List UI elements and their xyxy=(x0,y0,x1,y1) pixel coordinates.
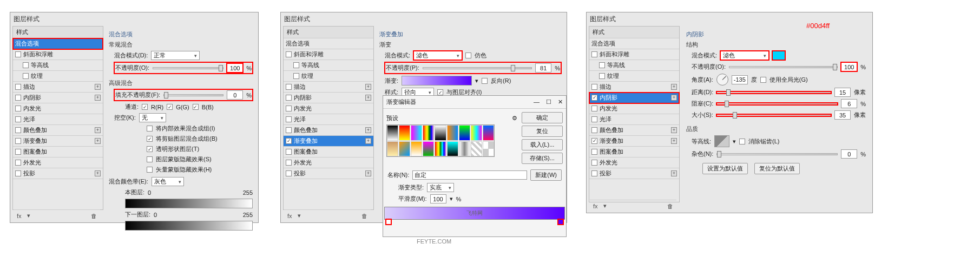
style-checkbox[interactable] xyxy=(15,84,21,90)
dither-chk[interactable] xyxy=(465,52,471,58)
contour-picker[interactable] xyxy=(714,135,729,147)
shadow-color-swatch[interactable] xyxy=(772,51,785,60)
add-effect-icon[interactable]: + xyxy=(671,138,677,144)
style-row[interactable]: 描边+ xyxy=(284,82,373,93)
style-row[interactable]: 等高线 xyxy=(13,60,103,71)
style-checkbox[interactable] xyxy=(293,62,299,68)
add-effect-icon[interactable]: + xyxy=(671,170,677,176)
is-opacity-input[interactable]: 100 xyxy=(841,62,857,71)
style-row[interactable]: 等高线 xyxy=(284,60,373,71)
dropdown-icon[interactable] xyxy=(603,202,607,209)
style-checkbox[interactable]: ✓ xyxy=(591,95,597,101)
chk-inner-group[interactable] xyxy=(147,126,153,132)
smooth-input[interactable]: 100 xyxy=(430,194,446,203)
style-row[interactable]: 内发光 xyxy=(589,103,679,114)
style-row[interactable]: 纹理 xyxy=(13,71,103,82)
style-row[interactable]: 投影+ xyxy=(284,168,373,179)
style-checkbox[interactable] xyxy=(591,106,597,111)
fill-opacity-slider[interactable] xyxy=(163,94,223,96)
style-row[interactable]: 渐变叠加+ xyxy=(13,136,103,147)
style-row[interactable]: 内发光 xyxy=(13,103,103,114)
style-checkbox[interactable] xyxy=(15,160,21,166)
style-checkbox[interactable] xyxy=(15,170,21,176)
size-input[interactable]: 35 xyxy=(834,110,851,120)
style-checkbox[interactable] xyxy=(23,73,29,79)
style-checkbox[interactable] xyxy=(286,127,292,133)
make-default-button[interactable]: 设置为默认值 xyxy=(702,163,748,174)
blend-if-dropdown[interactable]: 灰色▾ xyxy=(152,177,184,186)
reset-default-button[interactable]: 复位为默认值 xyxy=(754,163,800,174)
reverse-chk[interactable] xyxy=(482,78,488,84)
is-blendmode-dropdown[interactable]: 滤色▾ xyxy=(720,51,769,60)
style-row[interactable]: 等高线 xyxy=(589,60,679,71)
add-effect-icon[interactable]: + xyxy=(365,127,371,133)
style-row[interactable]: 混合选项 xyxy=(13,38,103,49)
style-row[interactable]: 描边+ xyxy=(589,82,679,93)
go-opacity-input[interactable]: 81 xyxy=(535,63,551,73)
add-effect-icon[interactable]: + xyxy=(671,84,677,90)
style-checkbox[interactable] xyxy=(591,170,597,176)
knockout-dropdown[interactable]: 无▾ xyxy=(139,113,166,122)
style-checkbox[interactable] xyxy=(591,127,597,133)
dropdown-icon[interactable] xyxy=(298,212,301,219)
style-row[interactable]: 外发光 xyxy=(589,157,679,168)
chk-clip-group[interactable]: ✓ xyxy=(147,136,153,142)
add-effect-icon[interactable]: + xyxy=(365,170,371,176)
style-row[interactable]: 颜色叠加+ xyxy=(13,125,103,136)
style-checkbox[interactable] xyxy=(286,170,292,176)
style-row[interactable]: 颜色叠加+ xyxy=(589,125,679,136)
grad-stop-left[interactable] xyxy=(386,219,391,225)
style-row[interactable]: 投影+ xyxy=(589,168,679,179)
new-button[interactable]: 新建(W) xyxy=(530,169,562,181)
gradient-bar[interactable]: 飞特网 xyxy=(384,207,565,220)
distance-input[interactable]: 15 xyxy=(834,88,851,97)
add-effect-icon[interactable]: + xyxy=(95,84,101,90)
load-button[interactable]: 载入(L)... xyxy=(522,139,563,150)
style-row[interactable]: 外发光 xyxy=(284,157,373,168)
trash-icon[interactable]: 🗑 xyxy=(667,203,673,209)
style-row[interactable]: 混合选项 xyxy=(589,38,679,49)
style-row[interactable]: 纹理 xyxy=(284,71,373,82)
style-checkbox[interactable] xyxy=(15,95,21,101)
grad-name-input[interactable]: 自定 xyxy=(412,170,527,180)
style-checkbox[interactable] xyxy=(286,106,292,111)
under-layer-ramp[interactable] xyxy=(125,221,253,231)
opacity-input[interactable]: 100 xyxy=(227,63,243,73)
noise-input[interactable]: 0 xyxy=(841,149,857,159)
trash-icon[interactable]: 🗑 xyxy=(91,213,97,219)
style-row[interactable]: 图案叠加 xyxy=(13,147,103,157)
add-effect-icon[interactable]: + xyxy=(95,95,101,101)
add-effect-icon[interactable]: + xyxy=(365,95,371,101)
style-checkbox[interactable] xyxy=(15,127,21,133)
style-row[interactable]: 外发光 xyxy=(13,157,103,168)
style-checkbox[interactable] xyxy=(15,149,21,155)
fill-opacity-input[interactable]: 0 xyxy=(227,90,243,100)
style-checkbox[interactable] xyxy=(293,73,299,79)
dropdown-icon[interactable] xyxy=(27,212,30,219)
style-checkbox[interactable] xyxy=(286,95,292,101)
channel-b-chk[interactable]: ✓ xyxy=(193,104,199,110)
channel-g-chk[interactable]: ✓ xyxy=(167,104,173,110)
style-row[interactable]: 图案叠加 xyxy=(589,147,679,157)
size-slider[interactable] xyxy=(716,114,831,116)
style-row[interactable]: 斜面和浮雕 xyxy=(589,49,679,60)
opacity-slider[interactable] xyxy=(153,67,223,69)
style-checkbox[interactable] xyxy=(599,62,605,68)
trash-icon[interactable]: 🗑 xyxy=(361,213,367,219)
this-layer-ramp[interactable] xyxy=(125,199,253,208)
add-effect-icon[interactable]: + xyxy=(365,138,371,144)
style-checkbox[interactable] xyxy=(591,51,597,57)
style-row[interactable]: ✓渐变叠加+ xyxy=(589,136,679,147)
distance-slider[interactable] xyxy=(716,91,831,94)
style-checkbox[interactable] xyxy=(591,149,597,155)
style-checkbox[interactable]: ✓ xyxy=(591,138,597,144)
style-checkbox[interactable] xyxy=(286,84,292,90)
style-checkbox[interactable] xyxy=(15,138,21,144)
style-row[interactable]: 内阴影+ xyxy=(13,93,103,103)
angle-dial[interactable] xyxy=(716,74,728,86)
close-icon[interactable]: ✕ xyxy=(558,98,563,106)
style-row[interactable]: ✓内阴影+ xyxy=(589,93,679,103)
style-row[interactable]: 光泽 xyxy=(284,114,373,125)
style-checkbox[interactable] xyxy=(15,51,21,57)
style-checkbox[interactable] xyxy=(15,116,21,122)
